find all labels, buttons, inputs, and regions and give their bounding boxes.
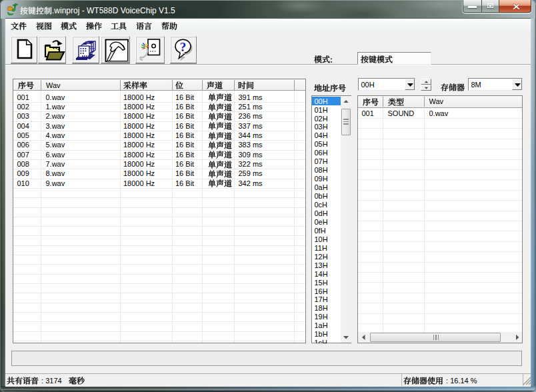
svg-text:?: ? (179, 40, 186, 54)
